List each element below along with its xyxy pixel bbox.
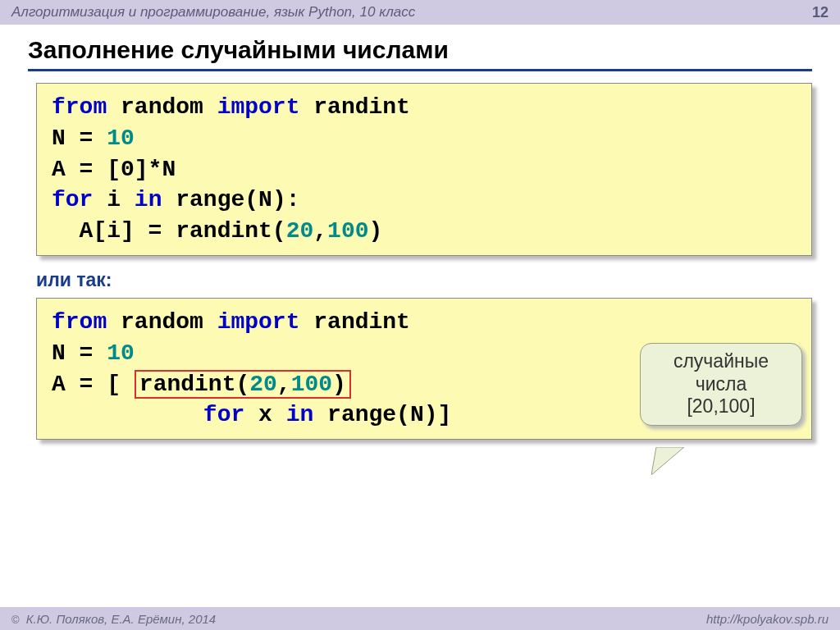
slide-title: Заполнение случайными числами	[28, 36, 812, 71]
keyword: in	[135, 187, 162, 212]
keyword: import	[217, 309, 300, 335]
keyword: from	[52, 94, 107, 120]
code-line: N = 10	[52, 123, 797, 154]
code-line: from random import randint	[52, 307, 797, 338]
footer-right: http://kpolyakov.spb.ru	[706, 612, 829, 626]
code-line: from random import randint	[52, 92, 797, 123]
callout-bubble: случайные числа [20,100]	[640, 343, 802, 426]
slide-header: Алгоритмизация и программирование, язык …	[0, 0, 840, 25]
slide-footer: © К.Ю. Поляков, Е.А. Ерёмин, 2014 http:/…	[0, 607, 840, 630]
page-number: 12	[812, 4, 829, 21]
number-literal: 10	[107, 126, 135, 151]
subtitle: или так:	[36, 269, 812, 291]
number-literal: 20	[286, 218, 314, 244]
callout-line: случайные	[649, 350, 793, 373]
keyword: in	[286, 402, 314, 427]
code-line: A = [0]*N	[52, 154, 797, 185]
callout-line: [20,100]	[649, 395, 793, 418]
callout: случайные числа [20,100]	[640, 343, 802, 426]
number-literal: 10	[107, 340, 135, 366]
footer-left: © К.Ю. Поляков, Е.А. Ерёмин, 2014	[11, 612, 216, 626]
copyright-icon: ©	[11, 614, 20, 626]
keyword: for	[203, 402, 244, 427]
keyword: import	[217, 94, 300, 120]
number-literal: 20	[249, 372, 277, 397]
code-line: for i in range(N):	[52, 185, 797, 216]
keyword: from	[52, 309, 107, 335]
svg-marker-0	[651, 447, 684, 475]
number-literal: 100	[327, 218, 368, 244]
code-line: A[i] = randint(20,100)	[52, 216, 797, 247]
highlighted-expression: randint(20,100)	[135, 370, 351, 399]
code-block-1: from random import randint N = 10 A = [0…	[36, 83, 812, 256]
header-text: Алгоритмизация и программирование, язык …	[11, 4, 415, 21]
keyword: for	[52, 187, 93, 212]
number-literal: 100	[291, 372, 332, 397]
callout-line: числа	[649, 373, 793, 396]
